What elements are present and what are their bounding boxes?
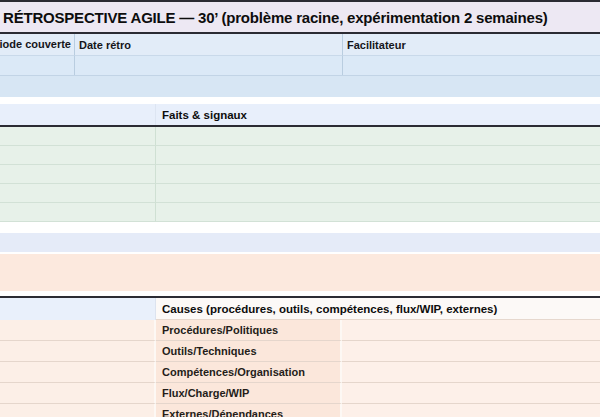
empty-blue-band[interactable] (0, 76, 600, 97)
causes-row-left-cell[interactable] (0, 404, 156, 417)
empty-peach-band[interactable] (0, 254, 600, 291)
meta-header-periode-label: Période couverte (0, 34, 71, 55)
causes-category-label: Flux/Charge/WIP (156, 383, 342, 404)
page-title: RÉTROSPECTIVE AGILE — 30’ (problème raci… (0, 9, 548, 26)
facts-row (0, 165, 600, 184)
causes-value-cell[interactable] (342, 404, 600, 417)
causes-row: Compétences/Organisation (0, 362, 600, 383)
causes-section-title: Causes (procédures, outils, compétences,… (156, 298, 600, 320)
facts-row-value-cell[interactable] (156, 203, 600, 222)
causes-category-label: Compétences/Organisation (156, 362, 342, 383)
facts-row (0, 203, 600, 222)
causes-header-left-cell (0, 298, 156, 320)
facts-section-title: Faits & signaux (156, 109, 600, 121)
causes-section-header-row: Causes (procédures, outils, compétences,… (0, 298, 600, 320)
empty-blue-band-light[interactable] (0, 233, 600, 252)
facts-row-left-cell[interactable] (0, 203, 156, 222)
retrospective-spreadsheet: RÉTROSPECTIVE AGILE — 30’ (problème raci… (0, 0, 600, 417)
causes-row: Externes/Dépendances (0, 404, 600, 417)
causes-category-label: Externes/Dépendances (156, 404, 342, 417)
facts-row (0, 146, 600, 165)
facts-row-left-cell[interactable] (0, 184, 156, 203)
facts-row-left-cell[interactable] (0, 127, 156, 146)
causes-value-cell[interactable] (342, 320, 600, 341)
causes-row-left-cell[interactable] (0, 341, 156, 362)
facts-section-header-row: Faits & signaux (0, 104, 600, 125)
meta-input-row (0, 55, 600, 76)
facts-header-left-cell (0, 104, 156, 125)
causes-row: Outils/Techniques (0, 341, 600, 362)
causes-row-left-cell[interactable] (0, 383, 156, 404)
spacer (0, 222, 600, 233)
facts-row-left-cell[interactable] (0, 146, 156, 165)
causes-category-label: Outils/Techniques (156, 341, 342, 362)
meta-header-row: Période couverte Date rétro Facilitateur (0, 34, 600, 55)
causes-value-cell[interactable] (342, 383, 600, 404)
date-retro-cell[interactable] (75, 55, 343, 75)
facts-row-value-cell[interactable] (156, 165, 600, 184)
title-bar: RÉTROSPECTIVE AGILE — 30’ (problème raci… (0, 2, 600, 32)
causes-row: Flux/Charge/WIP (0, 383, 600, 404)
causes-category-label: Procédures/Politiques (156, 320, 342, 341)
meta-header-facilitateur: Facilitateur (343, 34, 600, 55)
facilitateur-cell[interactable] (343, 55, 600, 75)
meta-header-periode-couverte: Période couverte (0, 34, 75, 55)
periode-couverte-cell[interactable] (0, 55, 75, 75)
facts-row-value-cell[interactable] (156, 127, 600, 146)
facts-row (0, 184, 600, 203)
spacer (0, 97, 600, 104)
causes-row: Procédures/Politiques (0, 320, 600, 341)
facts-row-value-cell[interactable] (156, 184, 600, 203)
facts-row-left-cell[interactable] (0, 165, 156, 184)
facts-row-value-cell[interactable] (156, 146, 600, 165)
meta-header-date-retro: Date rétro (75, 34, 343, 55)
causes-row-left-cell[interactable] (0, 320, 156, 341)
facts-row (0, 127, 600, 146)
causes-value-cell[interactable] (342, 341, 600, 362)
causes-row-left-cell[interactable] (0, 362, 156, 383)
causes-value-cell[interactable] (342, 362, 600, 383)
